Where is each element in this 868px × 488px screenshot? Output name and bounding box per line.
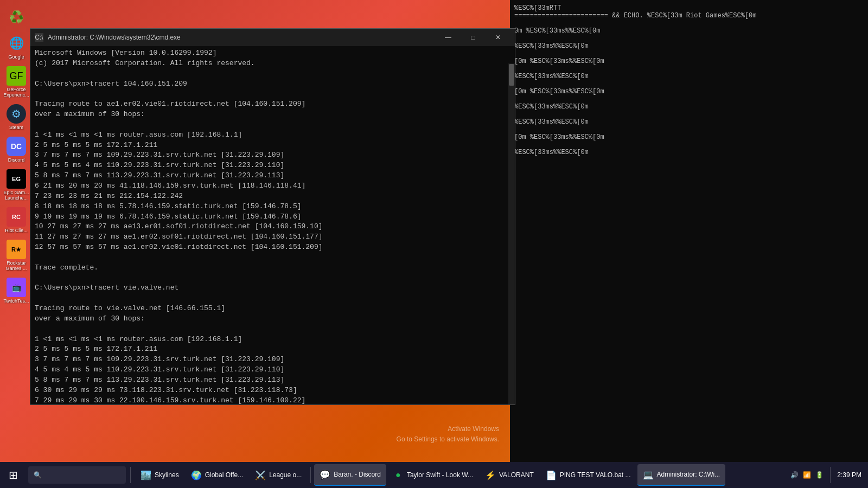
search-icon: 🔍 bbox=[34, 471, 42, 479]
cmd-window: C:\ Administrator: C:\Windows\system32\c… bbox=[30, 28, 515, 405]
epic-icon: EG bbox=[7, 169, 26, 189]
bat-icon: 📄 bbox=[546, 470, 557, 480]
taskbar-item-valorant[interactable]: ⚡ VALORANT bbox=[480, 464, 539, 486]
sidebar-icon-chrome[interactable]: 🌐 Google bbox=[2, 31, 30, 62]
taskbar-label-discord: Baran. - Discord bbox=[334, 471, 381, 478]
close-button[interactable]: ✕ bbox=[486, 29, 510, 46]
activation-line2: Go to Settings to activate Windows. bbox=[397, 434, 499, 445]
sidebar-label-steam: Steam bbox=[9, 125, 23, 130]
sidebar-label-riot: Riot Clie... bbox=[5, 228, 28, 233]
taskbar-item-taylorswift[interactable]: ● Taylor Swift - Look W... bbox=[387, 464, 478, 486]
activation-watermark: Activate Windows Go to Settings to activ… bbox=[397, 424, 499, 445]
tray-icon-3: 🔋 bbox=[815, 471, 824, 479]
tray-icon-2: 📶 bbox=[803, 471, 811, 479]
sidebar-icon-recycle[interactable]: ♻️ bbox=[2, 5, 30, 29]
clock-time: 2:39 PM bbox=[837, 471, 861, 480]
taskbar-item-league[interactable]: ⚔️ League o... bbox=[250, 464, 307, 486]
top-icons-row bbox=[33, 0, 510, 30]
cmd-title: Administrator: C:\Windows\system32\cmd.e… bbox=[48, 34, 436, 41]
tray-icon-1: 🔊 bbox=[790, 471, 799, 479]
right-panel: %ESC%[33mRTT======================== && … bbox=[510, 0, 868, 462]
cmd-scrollbar[interactable] bbox=[508, 63, 515, 404]
spotify-icon: ● bbox=[393, 470, 404, 480]
rockstar-icon: R★ bbox=[7, 240, 26, 259]
taskbar-search[interactable]: 🔍 bbox=[28, 466, 126, 484]
taskbar-item-cmd[interactable]: 💻 Administrator: C:\Wi... bbox=[637, 464, 726, 486]
sidebar-icon-riot[interactable]: RC Riot Clie... bbox=[2, 205, 30, 235]
league-icon: ⚔️ bbox=[255, 470, 266, 480]
sidebar-label-geforce: GeForceExperienc... bbox=[3, 87, 29, 98]
sidebar: ♻️ 🌐 Google GF GeForceExperienc... ⚙ Ste… bbox=[0, 0, 33, 462]
sidebar-icon-rockstar[interactable]: R★ RockstarGames ... bbox=[2, 237, 30, 273]
taskbar-label-league: League o... bbox=[269, 471, 302, 479]
taskbar-label-taylorswift: Taylor Swift - Look W... bbox=[407, 471, 473, 479]
cmd-controls: — □ ✕ bbox=[436, 29, 510, 46]
taskbar-divider bbox=[130, 467, 131, 483]
taskbar-clock: 2:39 PM bbox=[837, 471, 861, 480]
cmd-content: Microsoft Windows [Version 10.0.16299.19… bbox=[30, 46, 515, 404]
sidebar-icon-twitch[interactable]: 📺 TwitchTes... bbox=[2, 275, 30, 306]
sidebar-label-epic: Epic Gam...Launche... bbox=[3, 190, 29, 201]
sidebar-icon-geforce[interactable]: GF GeForceExperienc... bbox=[2, 64, 30, 100]
cmd-taskbar-icon: 💻 bbox=[643, 469, 654, 480]
skylines-icon: 🏙️ bbox=[141, 470, 151, 480]
cmd-titlebar: C:\ Administrator: C:\Windows\system32\c… bbox=[30, 29, 515, 46]
taskbar-label-cmd: Administrator: C:\Wi... bbox=[657, 471, 720, 478]
sidebar-label-discord: Discord bbox=[8, 157, 25, 163]
geforce-icon: GF bbox=[7, 66, 26, 86]
taskbar-label-skylines: Skylines bbox=[155, 471, 179, 479]
taskbar-divider-2 bbox=[310, 467, 311, 483]
taskbar-label-global: Global Offe... bbox=[205, 471, 243, 479]
chrome-icon: 🌐 bbox=[7, 34, 26, 53]
sidebar-icon-steam[interactable]: ⚙ Steam bbox=[2, 102, 30, 132]
taskbar-item-skylines[interactable]: 🏙️ Skylines bbox=[135, 464, 184, 486]
recycle-icon: ♻️ bbox=[7, 8, 26, 27]
minimize-button[interactable]: — bbox=[436, 29, 461, 46]
start-button[interactable]: ⊞ bbox=[0, 462, 26, 488]
riot-icon: RC bbox=[7, 207, 26, 227]
taskbar-item-pingtest[interactable]: 📄 PING TEST VALO.bat ... bbox=[540, 464, 636, 486]
desktop: ♻️ 🌐 Google GF GeForceExperienc... ⚙ Ste… bbox=[0, 0, 868, 488]
global-icon: 🌍 bbox=[191, 470, 202, 480]
taskbar-discord-icon: 💬 bbox=[320, 469, 330, 480]
cmd-scroll-thumb bbox=[509, 64, 514, 86]
valorant-icon: ⚡ bbox=[485, 470, 496, 480]
taskbar-tray: 🔊 📶 🔋 2:39 PM bbox=[784, 467, 868, 483]
taskbar-label-valorant: VALORANT bbox=[499, 471, 534, 479]
taskbar-item-global[interactable]: 🌍 Global Offe... bbox=[186, 464, 248, 486]
sidebar-label-rockstar: RockstarGames ... bbox=[5, 260, 27, 271]
steam-icon: ⚙ bbox=[7, 104, 26, 124]
activation-line1: Activate Windows bbox=[397, 424, 499, 434]
sidebar-icon-discord[interactable]: DC Discord bbox=[2, 134, 30, 165]
taskbar-items: 🏙️ Skylines 🌍 Global Offe... ⚔️ League o… bbox=[133, 464, 784, 486]
taskbar-label-pingtest: PING TEST VALO.bat ... bbox=[560, 471, 631, 479]
sidebar-label-chrome: Google bbox=[8, 54, 24, 60]
taskbar-item-discord[interactable]: 💬 Baran. - Discord bbox=[314, 464, 386, 486]
maximize-button[interactable]: □ bbox=[461, 29, 486, 46]
sidebar-label-twitch: TwitchTes... bbox=[3, 298, 29, 304]
tray-divider bbox=[830, 467, 831, 483]
taskbar: ⊞ 🔍 🏙️ Skylines 🌍 Global Offe... ⚔️ Leag… bbox=[0, 462, 868, 488]
twitch-icon: 📺 bbox=[7, 278, 26, 297]
sidebar-icon-epic[interactable]: EG Epic Gam...Launche... bbox=[2, 167, 30, 203]
cmd-icon: C:\ bbox=[35, 33, 43, 42]
discord-icon: DC bbox=[7, 137, 26, 156]
